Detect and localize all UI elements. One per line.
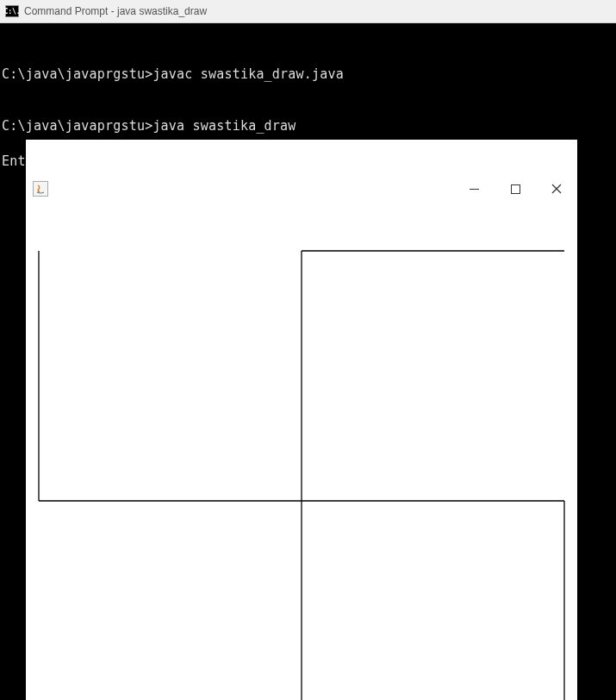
terminal-line-compile: C:\java\javaprgstu>javac swastika_draw.j… [2,66,614,83]
terminal-area[interactable]: C:\java\javaprgstu>javac swastika_draw.j… [0,23,616,700]
terminal-line-run: C:\java\javaprgstu>java swastika_draw [2,117,614,134]
java-titlebar[interactable] [26,175,577,203]
maximize-button[interactable] [495,175,536,203]
java-icon [33,181,48,197]
cmd-titlebar[interactable]: C:\. Command Prompt - java swastika_draw [0,0,616,23]
svg-rect-1 [511,184,520,193]
cmd-title-text: Command Prompt - java swastika_draw [24,5,207,17]
java-window [26,140,577,690]
window-controls [453,175,577,203]
close-button[interactable] [536,175,577,203]
minimize-button[interactable] [453,175,495,203]
cmd-icon: C:\. [5,5,19,17]
java-canvas [26,238,577,700]
